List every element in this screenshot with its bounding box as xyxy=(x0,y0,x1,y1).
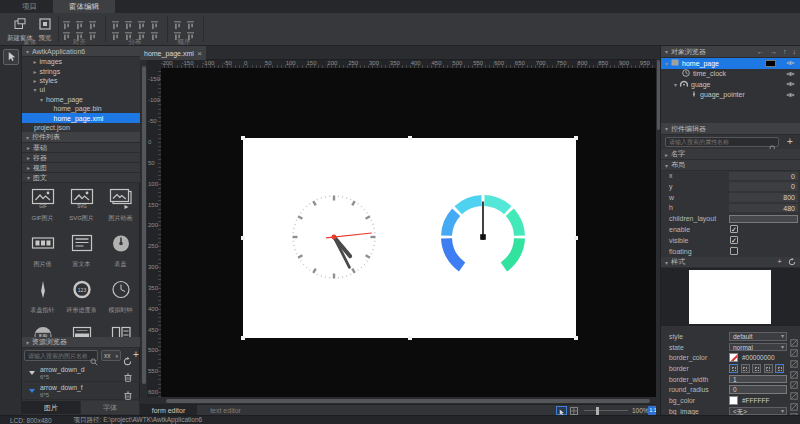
move-up-icon[interactable]: ↑ xyxy=(783,48,787,55)
widget-editor-header[interactable]: ▾ 控件编辑器 xyxy=(661,123,800,135)
widget-tile-GIF图片[interactable]: GIFGIF图片 xyxy=(23,186,62,232)
select-style[interactable]: default▾ xyxy=(729,332,787,341)
selection-handle[interactable] xyxy=(408,336,412,340)
selection-handle[interactable] xyxy=(241,336,245,340)
dist-bottom-icon[interactable] xyxy=(137,27,146,36)
project-tree-item-styles[interactable]: ▸styles xyxy=(22,76,140,85)
bring-front-icon[interactable] xyxy=(173,16,182,25)
widget-tile-表盘[interactable]: 表盘 xyxy=(101,232,140,278)
send-backward-icon[interactable] xyxy=(186,27,195,36)
project-tree-item-ui[interactable]: ▾ui xyxy=(22,85,140,94)
more-options-icon[interactable] xyxy=(790,397,798,405)
eye-icon[interactable] xyxy=(786,92,795,99)
widget-tile-list-view-icon[interactable] xyxy=(101,324,140,337)
selection-handle[interactable] xyxy=(408,136,412,140)
project-root-header[interactable]: ▾ AwtkApplication6 xyxy=(22,46,140,57)
more-options-icon[interactable] xyxy=(790,365,798,373)
widget-tile-表盘指针[interactable]: 表盘指针 xyxy=(23,278,62,324)
more-options-icon[interactable] xyxy=(790,375,798,383)
widget-tile-SVG图片[interactable]: SVGSVG图片 xyxy=(62,186,101,232)
resource-browser-header[interactable]: ▾ 资源浏览器 xyxy=(22,337,140,348)
style-input-round_radius[interactable]: 0 xyxy=(729,385,787,394)
resource-item-arrow_down_f[interactable]: arrow_down_f6*5 xyxy=(22,382,140,400)
analog-clock-widget[interactable] xyxy=(289,192,379,286)
widget-category-容器[interactable]: ▸容器 xyxy=(22,153,140,163)
grid-toggle-icon[interactable] xyxy=(570,407,578,415)
selection-handle[interactable] xyxy=(574,336,578,340)
tab-images[interactable]: 图片 xyxy=(22,401,81,414)
widget-category-图文[interactable]: ▾图文 xyxy=(22,173,140,183)
close-icon[interactable]: × xyxy=(197,49,202,58)
project-tree-item-strings[interactable]: ▸strings xyxy=(22,66,140,75)
canvas-horizontal-scrollbar[interactable] xyxy=(161,397,656,404)
selection-handle[interactable] xyxy=(574,236,578,240)
align-top-icon[interactable] xyxy=(62,27,71,36)
more-options-icon[interactable] xyxy=(790,386,798,394)
widget-tile-模拟时钟[interactable]: 模拟时钟 xyxy=(101,278,140,324)
add-resource-button[interactable]: + xyxy=(133,349,139,360)
dist-left-icon[interactable] xyxy=(111,16,120,25)
eye-icon[interactable] xyxy=(786,71,795,78)
add-property-button[interactable]: + xyxy=(787,136,793,147)
section-name[interactable]: ▸ 名字 xyxy=(661,149,800,160)
canvas-tab-home-page[interactable]: home_page.xml × xyxy=(140,46,206,60)
widget-list-header[interactable]: ▾ 控件列表 xyxy=(22,132,140,143)
property-search-input[interactable] xyxy=(665,137,779,147)
refresh-icon[interactable] xyxy=(788,258,796,268)
property-input-children_layout[interactable] xyxy=(729,215,798,224)
dist-space-h-icon[interactable] xyxy=(150,16,159,25)
selection-handle[interactable] xyxy=(241,236,245,240)
object-node-guage[interactable]: ▾guage xyxy=(661,79,800,90)
widget-category-基础[interactable]: ▸基础 xyxy=(22,143,140,153)
move-left-icon[interactable]: ← xyxy=(757,48,764,55)
section-style[interactable]: ▾ 样式 + xyxy=(661,257,800,268)
resource-item-arrow_down_d[interactable]: arrow_down_d6*5 xyxy=(22,364,140,382)
move-down-icon[interactable]: ↓ xyxy=(793,48,797,55)
bring-forward-icon[interactable] xyxy=(173,27,182,36)
scrollbar-thumb[interactable] xyxy=(166,399,650,403)
widget-tile-图片动画[interactable]: 图片动画 xyxy=(101,186,140,232)
property-value-w[interactable]: 800 xyxy=(729,193,798,202)
menu-tab-project[interactable]: 项目 xyxy=(6,0,53,13)
object-color-swatch[interactable] xyxy=(765,60,776,67)
align-bottom-icon[interactable] xyxy=(88,27,97,36)
design-page[interactable] xyxy=(243,138,576,338)
eye-icon[interactable] xyxy=(786,81,795,88)
object-browser-header[interactable]: ▾ 对象浏览器 ←→↑↓ xyxy=(661,46,800,58)
eye-icon[interactable] xyxy=(786,60,795,67)
checkbox-visible[interactable]: ✓ xyxy=(730,236,738,244)
pick-tool-button[interactable] xyxy=(3,49,19,65)
resource-filter-dropdown[interactable]: xx ▾ xyxy=(101,350,121,361)
scrollbar-thumb[interactable] xyxy=(142,66,146,384)
dist-space-v-icon[interactable] xyxy=(150,27,159,36)
more-options-icon[interactable] xyxy=(790,343,798,351)
object-node-guage_pointer[interactable]: guage_pointer xyxy=(661,90,800,101)
select-state[interactable]: normal▾ xyxy=(729,343,787,352)
more-options-icon[interactable] xyxy=(790,333,798,341)
dist-right-icon[interactable] xyxy=(137,16,146,25)
resource-search-input[interactable] xyxy=(24,350,98,361)
add-style-button[interactable]: + xyxy=(777,257,782,268)
dist-center-h-icon[interactable] xyxy=(124,16,133,25)
project-tree-item-project.json[interactable]: project.json xyxy=(22,123,140,132)
style-input-border_width[interactable]: 1 xyxy=(729,375,787,384)
object-node-time_clock[interactable]: time_clock xyxy=(661,69,800,80)
canvas-vertical-scrollbar[interactable] xyxy=(140,60,147,397)
dist-top-icon[interactable] xyxy=(111,27,120,36)
dist-middle-icon[interactable] xyxy=(124,27,133,36)
widget-tile-digital-clock-icon[interactable]: 8:30 xyxy=(23,324,62,337)
style-preview-swatch[interactable] xyxy=(689,270,771,324)
align-right-icon[interactable] xyxy=(88,16,97,25)
move-right-icon[interactable]: → xyxy=(770,48,777,55)
widget-category-视图[interactable]: ▸视图 xyxy=(22,163,140,173)
border-toggle-2[interactable] xyxy=(741,364,750,373)
menu-tab-form-edit[interactable]: 窗体编辑 xyxy=(53,0,115,13)
object-node-home_page[interactable]: ▾home_page xyxy=(661,58,800,69)
checkbox-enable[interactable]: ✓ xyxy=(730,225,738,233)
property-value-x[interactable]: 0 xyxy=(729,172,798,181)
zoom-slider[interactable] xyxy=(584,410,628,411)
project-tree-item-images[interactable]: ▸images xyxy=(22,57,140,66)
border-toggle-3[interactable] xyxy=(752,364,761,373)
widget-tile-环形进度条[interactable]: 123环形进度条 xyxy=(62,278,101,324)
gauge-widget[interactable] xyxy=(438,192,528,286)
